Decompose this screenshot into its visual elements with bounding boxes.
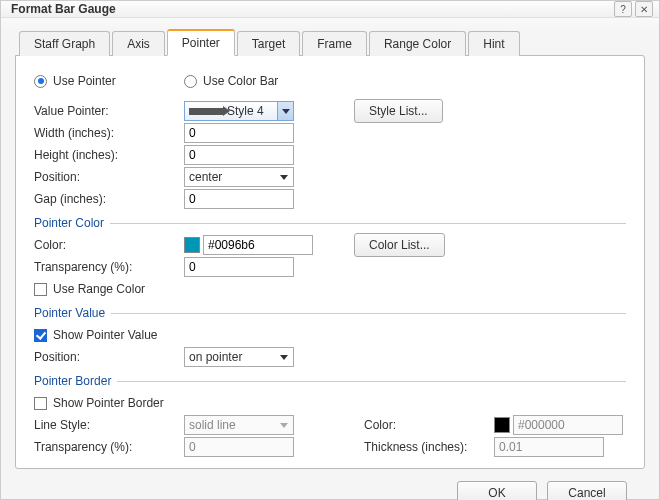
- thickness-input[interactable]: [494, 437, 604, 457]
- radio-icon: [34, 75, 47, 88]
- border-transparency-label: Transparency (%):: [34, 440, 184, 454]
- tab-panel-pointer: Use Pointer Use Color Bar Value Pointer:: [15, 55, 645, 469]
- tab-pointer[interactable]: Pointer: [167, 29, 235, 56]
- section-pointer-border: Pointer Border: [34, 374, 626, 388]
- checkbox-icon: [34, 397, 47, 410]
- radio-icon: [184, 75, 197, 88]
- position-select[interactable]: center: [184, 167, 294, 187]
- value-position-value: on pointer: [189, 350, 242, 364]
- border-transparency-input[interactable]: [184, 437, 294, 457]
- color-list-button[interactable]: Color List...: [354, 233, 445, 257]
- dialog-footer: OK Cancel: [15, 469, 645, 500]
- color-input[interactable]: [203, 235, 313, 255]
- gap-input[interactable]: [184, 189, 294, 209]
- section-pointer-value: Pointer Value: [34, 306, 626, 320]
- position-label: Position:: [34, 170, 184, 184]
- format-bar-gauge-dialog: Format Bar Gauge ? ✕ Staff Graph Axis Po…: [0, 0, 660, 500]
- value-pointer-label: Value Pointer:: [34, 104, 184, 118]
- cancel-button[interactable]: Cancel: [547, 481, 627, 500]
- section-pointer-color-label: Pointer Color: [34, 216, 104, 230]
- chevron-down-icon: [280, 423, 288, 428]
- chevron-down-icon: [282, 109, 290, 114]
- line-style-value: solid line: [189, 418, 236, 432]
- checkbox-icon: [34, 329, 47, 342]
- show-pointer-value-checkbox[interactable]: Show Pointer Value: [34, 328, 158, 342]
- border-color-swatch[interactable]: [494, 417, 510, 433]
- use-pointer-radio[interactable]: Use Pointer: [34, 74, 184, 88]
- ok-button[interactable]: OK: [457, 481, 537, 500]
- width-label: Width (inches):: [34, 126, 184, 140]
- dialog-title: Format Bar Gauge: [11, 2, 611, 16]
- show-pointer-border-checkbox[interactable]: Show Pointer Border: [34, 396, 164, 410]
- tab-staff-graph[interactable]: Staff Graph: [19, 31, 110, 56]
- pointer-style-icon: [189, 108, 223, 115]
- color-label: Color:: [34, 238, 184, 252]
- value-pointer-value: Style 4: [227, 104, 264, 118]
- tab-range-color[interactable]: Range Color: [369, 31, 466, 56]
- divider: [117, 381, 626, 382]
- use-pointer-label: Use Pointer: [53, 74, 116, 88]
- tab-hint[interactable]: Hint: [468, 31, 519, 56]
- position-value: center: [189, 170, 222, 184]
- help-icon[interactable]: ?: [614, 1, 632, 17]
- section-pointer-border-label: Pointer Border: [34, 374, 111, 388]
- use-color-bar-radio[interactable]: Use Color Bar: [184, 74, 334, 88]
- use-range-color-checkbox[interactable]: Use Range Color: [34, 282, 145, 296]
- value-pointer-select[interactable]: Style 4: [184, 101, 294, 121]
- height-label: Height (inches):: [34, 148, 184, 162]
- tab-frame[interactable]: Frame: [302, 31, 367, 56]
- transparency-label: Transparency (%):: [34, 260, 184, 274]
- close-icon[interactable]: ✕: [635, 1, 653, 17]
- value-position-label: Position:: [34, 350, 184, 364]
- tab-axis[interactable]: Axis: [112, 31, 165, 56]
- width-input[interactable]: [184, 123, 294, 143]
- use-color-bar-label: Use Color Bar: [203, 74, 278, 88]
- chevron-down-icon: [280, 355, 288, 360]
- tab-strip: Staff Graph Axis Pointer Target Frame Ra…: [15, 28, 645, 55]
- checkbox-icon: [34, 283, 47, 296]
- tab-target[interactable]: Target: [237, 31, 300, 56]
- divider: [110, 223, 626, 224]
- value-position-select[interactable]: on pointer: [184, 347, 294, 367]
- gap-label: Gap (inches):: [34, 192, 184, 206]
- transparency-input[interactable]: [184, 257, 294, 277]
- line-style-label: Line Style:: [34, 418, 184, 432]
- use-range-color-label: Use Range Color: [53, 282, 145, 296]
- section-pointer-value-label: Pointer Value: [34, 306, 105, 320]
- chevron-down-icon: [280, 175, 288, 180]
- line-style-select[interactable]: solid line: [184, 415, 294, 435]
- border-color-label: Color:: [364, 418, 494, 432]
- show-pointer-border-label: Show Pointer Border: [53, 396, 164, 410]
- show-pointer-value-label: Show Pointer Value: [53, 328, 158, 342]
- style-list-button[interactable]: Style List...: [354, 99, 443, 123]
- color-swatch[interactable]: [184, 237, 200, 253]
- thickness-label: Thickness (inches):: [364, 440, 494, 454]
- section-pointer-color: Pointer Color: [34, 216, 626, 230]
- dialog-content: Staff Graph Axis Pointer Target Frame Ra…: [1, 18, 659, 500]
- titlebar: Format Bar Gauge ? ✕: [1, 1, 659, 18]
- divider: [111, 313, 626, 314]
- border-color-input[interactable]: [513, 415, 623, 435]
- height-input[interactable]: [184, 145, 294, 165]
